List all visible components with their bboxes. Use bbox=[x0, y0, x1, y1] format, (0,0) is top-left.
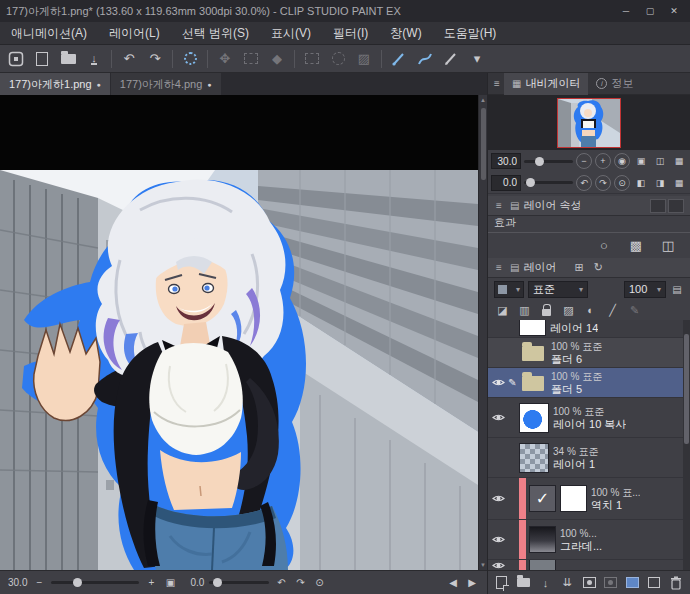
border-effect-button[interactable]: ○ bbox=[594, 237, 614, 255]
new-raster-layer-button[interactable] bbox=[494, 574, 510, 592]
menu-help[interactable]: 도움말(H) bbox=[433, 22, 508, 44]
scrollbar-thumb[interactable] bbox=[481, 108, 486, 180]
layer-refresh-icon[interactable]: ↻ bbox=[594, 261, 603, 274]
enable-mask-icon[interactable]: ◐ bbox=[583, 302, 598, 318]
visibility-toggle[interactable] bbox=[490, 535, 506, 544]
navigator-zoom-input[interactable] bbox=[491, 153, 521, 169]
visibility-toggle[interactable] bbox=[490, 378, 506, 387]
menu-layer[interactable]: 레이어(L) bbox=[98, 22, 171, 44]
layer-row-gradient-map[interactable]: 100 %... 그라데... bbox=[488, 520, 690, 560]
correction-layer-thumbnail[interactable] bbox=[529, 526, 556, 553]
canvas-vertical-scrollbar[interactable]: ▲ ▼ bbox=[478, 95, 487, 570]
ruler-icon[interactable]: ╱ bbox=[605, 302, 620, 318]
rotation-knob[interactable] bbox=[526, 178, 535, 187]
fit-to-screen-button[interactable]: ▣ bbox=[633, 153, 649, 169]
new-file-button[interactable] bbox=[30, 48, 54, 70]
rotate-ccw-button[interactable]: ↶ bbox=[576, 175, 592, 191]
visibility-toggle[interactable] bbox=[490, 413, 506, 422]
blend-mode-combo[interactable]: 표준 ▾ bbox=[528, 281, 588, 298]
visibility-toggle[interactable] bbox=[490, 561, 506, 570]
statusbar-prev-button[interactable]: ◀ bbox=[446, 576, 460, 590]
statusbar-zoom-slider[interactable] bbox=[51, 581, 139, 584]
layer-row-layer1[interactable]: 34 % 표준 레이어 1 bbox=[488, 438, 690, 478]
flip-horizontal-button[interactable]: ◧ bbox=[633, 175, 649, 191]
curve-tool-button[interactable] bbox=[413, 48, 437, 70]
zoom-in-button[interactable]: + bbox=[595, 153, 611, 169]
minimize-button[interactable]: ─ bbox=[616, 3, 636, 19]
scroll-up-arrow[interactable]: ▲ bbox=[480, 95, 486, 105]
layer-color-effect-button[interactable]: ◫ bbox=[658, 237, 678, 255]
layer-panel-menu-icon[interactable]: ≡ bbox=[492, 262, 506, 273]
statusbar-next-button[interactable]: ▶ bbox=[465, 576, 479, 590]
redo-button[interactable]: ↷ bbox=[143, 48, 167, 70]
pen-tool-button[interactable] bbox=[387, 48, 411, 70]
navigator-preview-area[interactable] bbox=[488, 95, 690, 150]
fit-to-window-button[interactable]: ◫ bbox=[652, 153, 668, 169]
lock-transparent-pixels-icon[interactable]: ▨ bbox=[561, 302, 576, 318]
doc-tab-ageha1[interactable]: 177)아게하1.png ● bbox=[0, 73, 110, 95]
create-mask-button[interactable] bbox=[581, 574, 597, 592]
layer-palette-option-button[interactable] bbox=[625, 574, 641, 592]
navigator-thumbnail[interactable] bbox=[558, 99, 620, 147]
tab-navigator[interactable]: ▦ 내비게이터 bbox=[504, 73, 588, 95]
clip-to-layer-below-icon[interactable]: ◪ bbox=[495, 302, 510, 318]
transfer-to-lower-button[interactable]: ↓ bbox=[538, 574, 554, 592]
statusbar-zoom-out-button[interactable]: − bbox=[32, 576, 46, 590]
merge-down-button[interactable]: ⇊ bbox=[559, 574, 575, 592]
move-tool-button[interactable]: ✥ bbox=[213, 48, 237, 70]
select-lasso-button[interactable] bbox=[326, 48, 350, 70]
navigator-zoom-slider[interactable] bbox=[524, 160, 573, 163]
open-file-button[interactable] bbox=[56, 48, 80, 70]
apply-mask-button[interactable] bbox=[603, 574, 619, 592]
zoom-slider-knob[interactable] bbox=[73, 578, 82, 587]
delete-layer-button[interactable] bbox=[668, 574, 684, 592]
lock-layer-icon[interactable] bbox=[539, 302, 554, 318]
scrollbar-thumb[interactable] bbox=[684, 334, 689, 444]
correction-layer-thumbnail[interactable]: ✓ bbox=[529, 485, 556, 512]
draft-layer-icon[interactable]: ✎ bbox=[627, 302, 642, 318]
toolbar-overflow-button[interactable]: ▾ bbox=[465, 48, 489, 70]
zoom-100-button[interactable]: ◉ bbox=[614, 153, 630, 169]
undo-button[interactable]: ↶ bbox=[117, 48, 141, 70]
rotate-cw-button[interactable]: ↷ bbox=[595, 175, 611, 191]
layer-row-partial[interactable] bbox=[488, 560, 690, 570]
statusbar-rotate-cw-button[interactable]: ↷ bbox=[293, 576, 307, 590]
app-home-button[interactable] bbox=[4, 48, 28, 70]
panel-tab-stub[interactable] bbox=[668, 199, 684, 213]
layer-search-icon[interactable]: ⊞ bbox=[574, 261, 583, 274]
tone-effect-button[interactable]: ▩ bbox=[626, 237, 646, 255]
close-button[interactable]: ✕ bbox=[664, 3, 684, 19]
layer-thumbnail[interactable] bbox=[519, 443, 549, 473]
zoom-knob[interactable] bbox=[535, 157, 544, 166]
scroll-down-arrow[interactable]: ▼ bbox=[480, 560, 486, 570]
new-layer-folder-button[interactable] bbox=[516, 574, 532, 592]
layer-mask-thumbnail[interactable] bbox=[560, 485, 587, 512]
layer-property-panel-menu-icon[interactable]: ≡ bbox=[492, 200, 506, 211]
statusbar-rotation-slider[interactable] bbox=[209, 581, 269, 584]
menu-animation[interactable]: 애니메이션(A) bbox=[0, 22, 98, 44]
statusbar-zoom-in-button[interactable]: + bbox=[144, 576, 158, 590]
layer-list-scrollbar[interactable] bbox=[683, 320, 690, 570]
save-button[interactable]: ↓ bbox=[82, 48, 106, 70]
maximize-button[interactable]: ▢ bbox=[640, 3, 660, 19]
statusbar-fit-button[interactable]: ▣ bbox=[163, 576, 177, 590]
layer-row-folder6[interactable]: 100 % 표준 폴더 6 bbox=[488, 338, 690, 368]
palette-color-combo[interactable]: ▾ bbox=[494, 281, 524, 298]
deselect-button[interactable]: ▨ bbox=[352, 48, 376, 70]
flip-vertical-button[interactable]: ◨ bbox=[652, 175, 668, 191]
register-material-button[interactable] bbox=[646, 574, 662, 592]
doc-tab-ageha4[interactable]: 177)아게하4.png ● bbox=[110, 73, 221, 95]
reference-layer-icon[interactable]: ▥ bbox=[517, 302, 532, 318]
visibility-toggle[interactable] bbox=[490, 494, 506, 503]
brush-tool-button[interactable] bbox=[439, 48, 463, 70]
navigator-rotation-slider[interactable] bbox=[524, 181, 573, 184]
canvas-area[interactable] bbox=[0, 95, 478, 570]
layer-row-threshold1[interactable]: ✓ 100 % 표... 역치 1 bbox=[488, 478, 690, 520]
select-rect-button[interactable] bbox=[300, 48, 324, 70]
fill-tool-button[interactable]: ◆ bbox=[265, 48, 289, 70]
statusbar-rotate-ccw-button[interactable]: ↶ bbox=[274, 576, 288, 590]
opacity-slider-icon[interactable]: ▤ bbox=[670, 282, 684, 296]
menu-filter[interactable]: 필터(I) bbox=[322, 22, 379, 44]
reset-display-button[interactable]: ▦ bbox=[671, 175, 687, 191]
opacity-combo[interactable]: 100 ▾ bbox=[624, 281, 666, 298]
